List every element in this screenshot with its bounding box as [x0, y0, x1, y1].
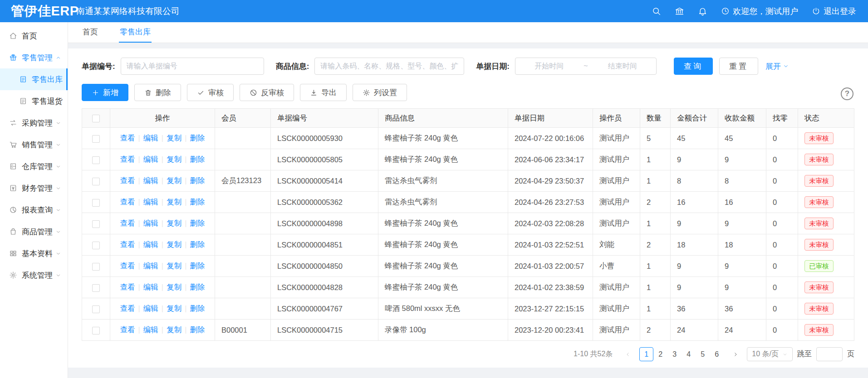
sidebar-item-report-query[interactable]: 报表查询: [0, 199, 68, 221]
row-checkbox[interactable]: [92, 199, 100, 207]
logout-button[interactable]: 退出登录: [812, 6, 856, 17]
edit-link[interactable]: 编辑: [143, 176, 158, 184]
member-cell: [215, 128, 271, 149]
sidebar-item-retail-return[interactable]: 零售退货: [0, 90, 68, 112]
reset-button[interactable]: 重置: [719, 58, 758, 75]
unaudit-button[interactable]: 反审核: [240, 84, 294, 101]
delete-link[interactable]: 删除: [190, 304, 205, 312]
row-checkbox[interactable]: [92, 327, 100, 334]
sidebar-item-home[interactable]: 首页: [0, 25, 68, 47]
view-link[interactable]: 查看: [120, 219, 135, 227]
page-button-4[interactable]: 4: [682, 347, 696, 361]
page-button-1[interactable]: 1: [639, 347, 653, 361]
edit-link[interactable]: 编辑: [143, 304, 158, 312]
delete-link[interactable]: 删除: [190, 155, 205, 163]
view-link[interactable]: 查看: [120, 155, 135, 163]
action-separator: |: [185, 155, 186, 163]
trash-icon: [144, 89, 152, 97]
sidebar-item-label: 销售管理: [22, 140, 55, 150]
edit-link[interactable]: 编辑: [143, 283, 158, 291]
row-checkbox[interactable]: [92, 305, 100, 313]
next-page-button[interactable]: [728, 347, 742, 361]
copy-link[interactable]: 复制: [167, 219, 181, 227]
sidebar-item-goods-management[interactable]: 商品管理: [0, 221, 68, 242]
sidebar-item-retail-management[interactable]: 零售管理: [0, 47, 68, 68]
delete-link[interactable]: 删除: [190, 240, 205, 248]
view-link[interactable]: 查看: [120, 304, 135, 312]
sidebar-item-warehouse-management[interactable]: 仓库管理: [0, 155, 68, 177]
sidebar-item-retail-outbound[interactable]: 零售出库: [0, 68, 68, 90]
copy-link[interactable]: 复制: [167, 304, 181, 312]
copy-link[interactable]: 复制: [167, 240, 181, 248]
row-checkbox[interactable]: [92, 284, 100, 292]
sidebar-item-system-management[interactable]: 系统管理: [0, 264, 68, 286]
delete-link[interactable]: 删除: [190, 198, 205, 206]
view-link[interactable]: 查看: [120, 262, 135, 270]
help-button[interactable]: ?: [841, 87, 853, 100]
copy-link[interactable]: 复制: [167, 155, 181, 163]
page-button-2[interactable]: 2: [653, 347, 667, 361]
page-button-3[interactable]: 3: [667, 347, 682, 361]
delete-link[interactable]: 删除: [190, 262, 205, 270]
bank-icon[interactable]: [675, 6, 684, 16]
edit-link[interactable]: 编辑: [143, 134, 158, 142]
search-button[interactable]: 查询: [674, 58, 713, 75]
page-button-5[interactable]: 5: [696, 347, 710, 361]
row-checkbox[interactable]: [92, 178, 100, 185]
copy-link[interactable]: 复制: [167, 176, 181, 184]
search-icon[interactable]: [652, 6, 661, 16]
edit-link[interactable]: 编辑: [143, 325, 158, 334]
audit-button[interactable]: 审核: [187, 84, 234, 101]
copy-link[interactable]: 复制: [167, 134, 181, 142]
column-settings-button[interactable]: 列设置: [353, 84, 407, 101]
edit-link[interactable]: 编辑: [143, 262, 158, 270]
delete-button[interactable]: 删除: [134, 84, 181, 101]
status-badge: 未审核: [804, 218, 834, 230]
tab-home[interactable]: 首页: [82, 22, 99, 43]
page-button-6[interactable]: 6: [710, 347, 724, 361]
page-size-select[interactable]: 10 条/页: [747, 347, 793, 361]
expand-link[interactable]: 展开: [765, 61, 789, 72]
bill-no-input[interactable]: [121, 58, 264, 75]
sidebar-item-basic-data[interactable]: 基本资料: [0, 242, 68, 264]
view-link[interactable]: 查看: [120, 283, 135, 291]
copy-link[interactable]: 复制: [167, 325, 181, 334]
goods-info-input[interactable]: [314, 58, 464, 75]
row-checkbox[interactable]: [92, 263, 100, 271]
tab-retail-outbound[interactable]: 零售出库: [119, 22, 152, 43]
jump-page-input[interactable]: [816, 347, 843, 361]
add-button[interactable]: 新增: [82, 84, 128, 101]
copy-link[interactable]: 复制: [167, 262, 181, 270]
copy-link[interactable]: 复制: [167, 283, 181, 291]
bell-icon[interactable]: [698, 6, 707, 16]
view-link[interactable]: 查看: [120, 134, 135, 142]
row-checkbox[interactable]: [92, 156, 100, 164]
edit-link[interactable]: 编辑: [143, 240, 158, 248]
delete-link[interactable]: 删除: [190, 219, 205, 227]
date-range-picker[interactable]: 开始时间 ~ 结束时间: [515, 58, 657, 75]
view-link[interactable]: 查看: [120, 198, 135, 206]
delete-link[interactable]: 删除: [190, 283, 205, 291]
tab-bar: 首页 零售出库: [68, 22, 868, 43]
row-checkbox[interactable]: [92, 135, 100, 143]
view-link[interactable]: 查看: [120, 240, 135, 248]
date-cell: 2024-01-03 22:52:51: [508, 234, 593, 256]
edit-link[interactable]: 编辑: [143, 219, 158, 227]
delete-link[interactable]: 删除: [190, 325, 205, 334]
view-link[interactable]: 查看: [120, 176, 135, 184]
edit-link[interactable]: 编辑: [143, 155, 158, 163]
sidebar-item-sales-management[interactable]: 销售管理: [0, 134, 68, 155]
delete-link[interactable]: 删除: [190, 176, 205, 184]
sidebar-item-finance-management[interactable]: 财务管理: [0, 177, 68, 199]
row-checkbox[interactable]: [92, 220, 100, 228]
edit-link[interactable]: 编辑: [143, 198, 158, 206]
view-link[interactable]: 查看: [120, 325, 135, 334]
sidebar-item-purchase-management[interactable]: 采购管理: [0, 112, 68, 134]
prev-page-button[interactable]: [621, 347, 635, 361]
export-button[interactable]: 导出: [300, 84, 347, 101]
select-all-checkbox[interactable]: [92, 115, 100, 122]
row-checkbox[interactable]: [92, 242, 100, 249]
copy-link[interactable]: 复制: [167, 198, 181, 206]
action-separator: |: [185, 134, 186, 142]
delete-link[interactable]: 删除: [190, 134, 205, 142]
